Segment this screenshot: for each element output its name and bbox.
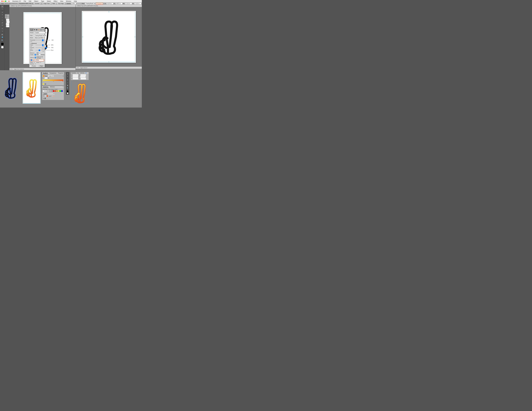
trace-button[interactable]: Trace	[39, 65, 44, 67]
tf-h-val[interactable]: -3.9455 in	[80, 76, 86, 78]
transform-tab[interactable]: Transform Align Pathfinder Info	[5, 14, 9, 19]
swatch-1[interactable]	[46, 90, 48, 92]
gradient-angle-input[interactable]	[44, 77, 48, 79]
transform-tab-sm[interactable]: Transform	[71, 72, 76, 74]
panel-icon-3[interactable]: 🎨	[38, 29, 40, 30]
swatches-tab[interactable]: Swatches	[43, 86, 49, 88]
rectangle-tool[interactable]: □	[1, 19, 4, 21]
layer-eye-icon[interactable]: 👁	[43, 95, 44, 97]
menu-item-help[interactable]: Help	[73, 0, 77, 2]
menu-item-object[interactable]: Object	[34, 0, 39, 2]
toggle-selection[interactable]: Toggle Selection	[80, 67, 87, 68]
fill-right[interactable]	[67, 90, 68, 92]
tf-x-val[interactable]: 4.397 in	[73, 74, 78, 76]
rotate-tool[interactable]: ↻	[1, 27, 4, 30]
line-tool[interactable]: /	[1, 16, 4, 19]
pencil-tool[interactable]: ✏	[1, 24, 4, 27]
maximize-button[interactable]	[5, 0, 6, 2]
angle-dropdown[interactable]: ▼	[48, 77, 49, 79]
fills-checkbox[interactable]	[35, 54, 36, 56]
swatch-orange[interactable]	[54, 90, 56, 92]
layers-menu-icon[interactable]: ≡	[54, 93, 54, 95]
attributes-tab[interactable]: Attributes	[49, 86, 55, 88]
type-tool[interactable]: T	[1, 14, 4, 16]
stroke-color[interactable]	[1, 46, 4, 48]
paths-slider[interactable]	[36, 45, 50, 45]
method-btn-1[interactable]: ⬜	[35, 52, 36, 54]
preview-checkbox[interactable]	[30, 65, 31, 67]
layer-target-icon[interactable]	[53, 96, 54, 96]
threshold-slider[interactable]	[36, 40, 50, 40]
gradient-type-select[interactable]: Linear Radial	[48, 75, 54, 77]
mode-select[interactable]: Black and White Color Grayscale	[35, 37, 45, 39]
canvas-right-content[interactable]	[76, 7, 142, 67]
tool-r-1[interactable]: ▲	[66, 73, 69, 75]
pathfinder-tab-sm[interactable]: Pathfinder	[80, 72, 85, 74]
direct-selection-tool[interactable]: ↖	[1, 8, 4, 10]
crop-image-button[interactable]: Crop Image	[57, 3, 65, 5]
zoom-tool[interactable]: 🔍	[1, 39, 4, 42]
align-tab-sm[interactable]: Align	[77, 72, 79, 74]
gradient-tool[interactable]: ◧	[1, 33, 4, 36]
mask-button[interactable]: Mask	[51, 3, 56, 5]
tool-r-5[interactable]: ◧	[66, 84, 69, 87]
panel-icon-2[interactable]: ⬛	[36, 29, 38, 30]
preset-select[interactable]: Custom Default High Fidelity Photo	[35, 32, 47, 34]
selection-tool[interactable]: ▲	[1, 5, 4, 8]
view-select[interactable]: Tracing Result Outline Source Image	[85, 3, 95, 5]
swatch-red[interactable]	[53, 90, 54, 92]
stroke-right[interactable]	[67, 92, 68, 94]
tf-y-val[interactable]: 2.5455 in	[73, 76, 78, 78]
add-layer-button[interactable]: +	[43, 97, 44, 99]
swatch-blue[interactable]	[61, 90, 63, 92]
tf-w-val[interactable]: 0 in	[80, 74, 86, 76]
menu-item-type[interactable]: Type	[40, 0, 45, 2]
menu-item-view[interactable]: View	[60, 0, 64, 2]
properties-tab[interactable]: Properties	[58, 72, 64, 74]
gradient-stop-3[interactable]	[62, 81, 63, 82]
tf-angle-val[interactable]: 30°	[80, 78, 86, 79]
gradient-preview-swatch[interactable]	[43, 75, 44, 77]
toggle-direct-selection[interactable]: Toggle Direct Selection	[14, 68, 24, 70]
menu-item-illustrator[interactable]: Illustrator CC	[12, 0, 21, 2]
swatches-menu-icon[interactable]: ≡	[63, 86, 63, 88]
canvas-left-content[interactable]: Image Trace 🖼 ⬛ 🎨 📷 ✏ Preset: Custom Def…	[10, 7, 76, 68]
tool-r-3[interactable]: ✒	[66, 79, 69, 81]
snap-curves-checkbox[interactable]	[35, 57, 36, 58]
info-tab-sm[interactable]: Info	[85, 72, 87, 74]
panel-icon-5[interactable]: ✏	[42, 29, 44, 30]
menu-item-effect[interactable]: Effect	[53, 0, 58, 2]
gradient-menu-icon[interactable]: ≡	[63, 76, 63, 77]
gradient-stop-2[interactable]	[53, 81, 54, 82]
menu-item-select[interactable]: Select	[46, 0, 51, 2]
menu-item-file[interactable]: File	[23, 0, 27, 2]
tool-r-2[interactable]: ↖	[66, 75, 69, 78]
swatch-yellow[interactable]	[58, 90, 59, 92]
close-button[interactable]	[1, 0, 3, 2]
scale-tool[interactable]: ⤡	[1, 30, 4, 32]
view-eye-icon[interactable]: 👁	[45, 35, 46, 36]
swatch-4[interactable]	[51, 90, 53, 92]
gradient-tab[interactable]: Gradient	[43, 72, 48, 74]
opacity-stop-preview[interactable]	[45, 83, 46, 85]
tool-r-4[interactable]: □	[66, 81, 69, 84]
noise-slider[interactable]	[36, 50, 50, 50]
eyedropper-tool[interactable]: 💧	[1, 36, 4, 38]
swatch-white[interactable]	[43, 90, 44, 92]
tool-r-6[interactable]: 🔍	[66, 87, 69, 89]
transparency-tab[interactable]: Transparency	[49, 72, 57, 74]
pen-tool[interactable]: ✒	[1, 11, 4, 14]
menu-item-edit[interactable]: Edit	[28, 0, 32, 2]
view-select-panel[interactable]: Tracing Result Outline Source Image	[35, 35, 44, 36]
menu-item-window[interactable]: Window	[66, 0, 72, 2]
paintbrush-tool[interactable]: 🖌	[1, 21, 4, 24]
panel-icon-4[interactable]: 📷	[40, 29, 42, 30]
fill-color[interactable]	[1, 43, 4, 45]
swatch-green[interactable]	[59, 90, 61, 92]
layer-lock-icon[interactable]	[45, 95, 46, 97]
swatch-light[interactable]	[44, 90, 46, 92]
strokes-checkbox[interactable]	[39, 54, 40, 56]
delete-layer-button[interactable]: 🗑	[44, 97, 46, 99]
gradient-stop-1[interactable]	[43, 81, 44, 82]
color-stop-preview[interactable]	[43, 83, 44, 85]
